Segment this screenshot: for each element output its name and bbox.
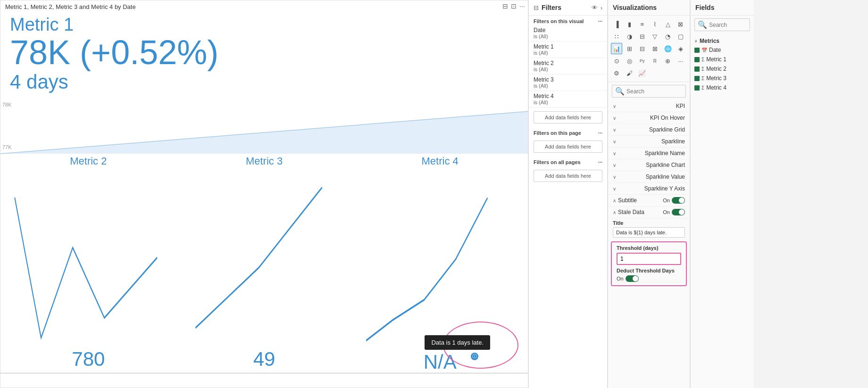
prop-sparkline[interactable]: ∨ Sparkline — [608, 136, 690, 148]
viz-card-icon[interactable]: ▢ — [675, 31, 686, 42]
filters-title: Filters — [542, 4, 589, 11]
deduct-toggle-track[interactable] — [626, 275, 639, 282]
add-data-page-button[interactable]: Add data fields here — [534, 140, 602, 153]
fields-metric1-checkbox — [694, 57, 700, 62]
fields-panel-title: Fields — [695, 4, 749, 11]
sparkline-metric3: Metric 3 49 — [176, 151, 352, 373]
prop-subtitle-label-wrap[interactable]: ∧ Subtitle — [613, 197, 637, 204]
viz-stacked-bar-icon[interactable]: ▮ — [624, 18, 635, 30]
prop-sparkline-chart[interactable]: ∨ Sparkline Chart — [608, 159, 690, 171]
focus-icon[interactable]: ⊡ — [511, 2, 517, 10]
fields-item-metric4[interactable]: Σ Metric 4 — [694, 83, 750, 92]
prop-stale-data-chevron: ∧ — [613, 210, 616, 215]
sparkline-metric2: Metric 2 780 — [0, 151, 176, 373]
viz-search-box[interactable]: 🔍 — [612, 85, 686, 98]
fields-item-date[interactable]: 📅 Date — [694, 45, 750, 55]
filter-metric4[interactable]: Metric 4 is (All) — [529, 91, 607, 107]
filter-eye-icon[interactable]: 👁 — [592, 4, 598, 11]
tooltip-text: Data is 1 days late. — [431, 339, 484, 346]
filter-metric1[interactable]: Metric 1 is (All) — [529, 41, 607, 58]
viz-python-icon[interactable]: Py — [636, 55, 648, 66]
viz-table-icon[interactable]: ⊟ — [636, 43, 648, 54]
viz-search-input[interactable] — [626, 88, 690, 95]
viz-azure-map-icon[interactable]: ⊙ — [611, 55, 622, 66]
prop-sparkline-grid[interactable]: ∨ Sparkline Grid — [608, 124, 690, 136]
filter-forward-icon[interactable]: › — [601, 4, 602, 11]
prop-sparkline-y-axis[interactable]: ∨ Sparkline Y Axis — [608, 183, 690, 195]
fields-item-metric1[interactable]: Σ Metric 1 — [694, 55, 750, 64]
fields-metric1-label: Metric 1 — [706, 56, 726, 63]
viz-filled-map-icon[interactable]: ◈ — [675, 43, 686, 54]
viz-r-icon[interactable]: R — [649, 55, 660, 66]
fields-search-input[interactable] — [709, 22, 754, 28]
filter-metric2[interactable]: Metric 2 is (All) — [529, 58, 607, 74]
viz-slicer-icon[interactable]: ⊞ — [624, 43, 635, 54]
filter-metric1-name: Metric 1 — [534, 43, 602, 50]
viz-build-icon[interactable]: ⚙ — [611, 67, 622, 79]
fields-date-checkbox — [694, 48, 700, 53]
main-area-top-icons: ⊟ ⊡ ··· — [502, 2, 525, 10]
trend-background — [0, 102, 528, 158]
viz-matrix-icon[interactable]: ⊠ — [649, 43, 660, 54]
add-data-allpages-button[interactable]: Add data fields here — [534, 170, 602, 182]
prop-sparkline-value[interactable]: ∨ Sparkline Value — [608, 171, 690, 183]
prop-kpi[interactable]: ∨ KPI — [608, 100, 690, 112]
viz-area-chart-icon[interactable]: △ — [662, 18, 674, 30]
filter-top-icon[interactable]: ⊟ — [502, 2, 508, 10]
fields-category-metrics[interactable]: ∨ Metrics — [694, 36, 750, 45]
subtitle-toggle[interactable]: On — [663, 197, 685, 204]
metric3-value: 49 — [253, 348, 275, 373]
deduct-toggle[interactable]: On — [617, 275, 639, 282]
filter-metric4-name: Metric 4 — [534, 93, 602, 99]
viz-shape-map-icon[interactable]: ◎ — [624, 55, 635, 66]
filter-date[interactable]: Date is (All) — [529, 25, 607, 41]
threshold-input[interactable] — [617, 253, 681, 265]
viz-map-icon[interactable]: 🌐 — [662, 43, 674, 54]
prop-stale-data-label-wrap[interactable]: ∧ Stale Data — [613, 209, 644, 215]
viz-panel-header: Visualizations — [608, 0, 690, 16]
stale-data-toggle-track[interactable] — [672, 209, 685, 215]
fields-search-box[interactable]: 🔍 — [694, 18, 750, 31]
viz-100-bar-icon[interactable]: ≡ — [636, 18, 648, 30]
tooltip-info-icon: ⓘ — [471, 353, 478, 360]
fields-metric3-checkbox — [694, 76, 700, 81]
viz-gauge-icon[interactable]: ◔ — [662, 31, 674, 42]
add-data-visual-button[interactable]: Add data fields here — [534, 111, 602, 124]
prop-kpi-on-hover[interactable]: ∨ KPI On Hover — [608, 112, 690, 124]
title-input[interactable] — [613, 227, 685, 238]
filter-metric3-name: Metric 3 — [534, 76, 602, 83]
deduct-toggle-thumb — [633, 276, 638, 281]
fields-item-metric2[interactable]: Σ Metric 2 — [694, 64, 750, 74]
stale-data-toggle[interactable]: On — [663, 209, 685, 215]
filter-metric3[interactable]: Metric 3 is (All) — [529, 74, 607, 91]
viz-custom-icon[interactable]: ⊕ — [662, 55, 674, 66]
viz-ribbon-icon[interactable]: ⊠ — [675, 18, 686, 30]
metric2-chart — [9, 167, 167, 348]
viz-funnel-icon[interactable]: ▽ — [649, 31, 660, 42]
y-axis-bottom: 77K — [2, 144, 12, 150]
viz-pie-icon[interactable]: ◑ — [624, 31, 635, 42]
viz-analytics-icon[interactable]: 📈 — [636, 67, 648, 79]
prop-sparkline-grid-label: Sparkline Grid — [649, 126, 685, 133]
more-icon[interactable]: ··· — [519, 2, 525, 10]
viz-more-icon[interactable]: ··· — [675, 55, 686, 66]
prop-kpi-chevron: ∨ — [613, 104, 616, 109]
prop-sparkline-y-axis-label: Sparkline Y Axis — [644, 185, 685, 192]
filter-allpages-dots[interactable]: ··· — [598, 159, 602, 165]
viz-bar-chart-icon[interactable]: ▐ — [611, 18, 622, 30]
fields-metric4-sigma: Σ — [701, 85, 704, 91]
fields-item-metric3[interactable]: Σ Metric 3 — [694, 74, 750, 83]
prop-sparkline-name[interactable]: ∨ Sparkline Name — [608, 148, 690, 159]
subtitle-toggle-track[interactable] — [672, 197, 685, 204]
viz-kpi-icon[interactable]: 📊 — [611, 43, 622, 54]
filter-page-dots[interactable]: ··· — [598, 130, 602, 136]
prop-subtitle-row: ∧ Subtitle On — [608, 195, 690, 206]
filters-on-all-pages-header: Filters on all pages ··· — [529, 157, 607, 166]
viz-treemap-icon[interactable]: ⊟ — [636, 31, 648, 42]
filter-visual-dots[interactable]: ··· — [598, 18, 602, 24]
kpi-subvalue: 4 days — [10, 70, 518, 94]
viz-scatter-icon[interactable]: ∷ — [611, 31, 622, 42]
viz-line-chart-icon[interactable]: ⌇ — [649, 18, 660, 30]
viz-panel-title: Visualizations — [613, 4, 685, 11]
viz-format-icon[interactable]: 🖌 — [624, 67, 635, 79]
